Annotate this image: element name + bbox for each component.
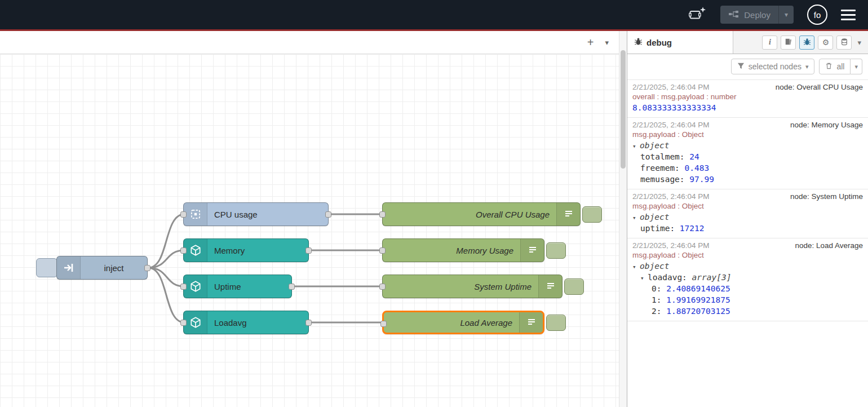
debug-tab-button[interactable] (799, 36, 814, 50)
wire[interactable] (148, 268, 184, 286)
debug-enable-toggle[interactable] (546, 315, 566, 331)
input-port[interactable] (180, 211, 187, 218)
node-loadavg[interactable]: Loadavg (183, 311, 309, 334)
wire[interactable] (148, 250, 184, 268)
message-source-node[interactable]: node: Memory Usage (790, 121, 863, 129)
flow-assistant-icon[interactable] (689, 6, 707, 23)
node-debug-uptime[interactable]: System Uptime (382, 275, 563, 298)
input-port[interactable] (380, 321, 387, 327)
input-port[interactable] (379, 211, 386, 218)
object-root-row[interactable]: ▾object (632, 141, 863, 150)
input-port[interactable] (379, 247, 386, 254)
info-tab-button[interactable]: i (762, 36, 777, 50)
sidebar-tabbar: debug i (627, 31, 868, 54)
message-property-path: msg.payload : Object (632, 202, 863, 210)
tree-expand-icon[interactable]: ▾ (632, 263, 640, 271)
config-nodes-tab-button[interactable]: ⚙ (818, 36, 833, 50)
add-flow-button[interactable]: + (587, 37, 594, 48)
inject-trigger-button[interactable] (36, 258, 57, 277)
property-key: memusage: (640, 175, 685, 184)
message-timestamp: 2/21/2025, 2:46:04 PM (632, 192, 710, 201)
caret-down-icon: ▾ (805, 63, 809, 70)
avatar-initials: fo (814, 10, 821, 20)
menu-bar (841, 10, 856, 11)
canvas-vertical-scrollbar[interactable] (619, 31, 627, 407)
flow-canvas: + ▾ (0, 31, 619, 407)
debug-list-icon (556, 203, 580, 225)
output-port[interactable] (305, 320, 312, 326)
debug-message[interactable]: 2/21/2025, 2:46:04 PM node: Memory Usage… (627, 118, 868, 189)
node-inject[interactable]: inject (56, 256, 148, 280)
input-port[interactable] (180, 247, 187, 254)
tree-expand-icon[interactable]: ▾ (640, 275, 648, 282)
deploy-button[interactable]: Deploy ▾ (720, 6, 794, 24)
input-port[interactable] (180, 320, 187, 326)
menu-bar (841, 19, 856, 20)
node-debug-loadavg[interactable]: Load Average (382, 311, 544, 334)
output-port[interactable] (325, 211, 331, 218)
cpu-chip-icon (184, 203, 207, 225)
object-root-row[interactable]: ▾object (632, 213, 863, 222)
object-property-row: memusage: 97.99 (632, 175, 863, 184)
property-value: 17212 (680, 224, 705, 233)
node-debug-memory[interactable]: Memory Usage (382, 238, 544, 262)
debug-enable-toggle[interactable] (546, 242, 566, 259)
input-port[interactable] (180, 284, 187, 290)
node-label: System Uptime (383, 275, 538, 298)
tree-expand-icon[interactable]: ▾ (632, 214, 640, 222)
object-root-row[interactable]: ▾object (632, 262, 863, 271)
user-avatar[interactable]: fo (807, 5, 827, 25)
deploy-button-main[interactable]: Deploy (720, 6, 778, 24)
scrollbar-thumb[interactable] (621, 50, 626, 169)
help-tab-button[interactable] (781, 36, 796, 50)
sidebar-tabs-dropdown-icon[interactable]: ▾ (855, 38, 863, 47)
array-index: 1: (652, 295, 661, 304)
message-source-node[interactable]: node: Overall CPU Usage (776, 83, 863, 91)
message-source-node[interactable]: node: System Uptime (790, 192, 863, 201)
array-item-row: 0: 2.40869140625 (632, 284, 863, 293)
node-uptime[interactable]: Uptime (183, 275, 292, 298)
array-root-row[interactable]: ▾loadavg: array[3] (632, 273, 863, 282)
array-index: 2: (652, 307, 661, 316)
object-property-row: freemem: 0.483 (632, 163, 863, 172)
input-port[interactable] (379, 284, 386, 290)
debug-list-icon (520, 239, 544, 262)
tree-expand-icon[interactable]: ▾ (632, 143, 640, 150)
node-memory[interactable]: Memory (183, 238, 309, 262)
node-label: Overall CPU Usage (383, 203, 556, 225)
workspace[interactable]: inject CPU usage (0, 54, 619, 407)
clear-options-dropdown[interactable]: ▾ (851, 59, 862, 74)
output-port[interactable] (144, 265, 150, 271)
filter-label: selected nodes (749, 62, 801, 71)
wires-layer (0, 54, 619, 407)
debug-filter-row: selected nodes ▾ all ▾ (627, 54, 868, 79)
array-value: 1.99169921875 (666, 295, 730, 304)
object-type: object (640, 262, 669, 271)
clear-messages-button[interactable]: all (819, 59, 851, 74)
node-label: Memory Usage (383, 239, 520, 262)
menu-bar (841, 14, 856, 16)
tab-debug[interactable]: debug (627, 31, 733, 54)
filter-nodes-button[interactable]: selected nodes ▾ (731, 59, 815, 74)
output-port[interactable] (305, 247, 312, 254)
debug-enable-toggle[interactable] (582, 206, 602, 223)
caret-down-icon: ▾ (785, 11, 788, 19)
deploy-dropdown[interactable]: ▾ (778, 6, 794, 24)
debug-message[interactable]: 2/21/2025, 2:46:04 PM node: System Uptim… (627, 189, 868, 238)
main-menu-icon[interactable] (841, 10, 856, 20)
cube-icon (184, 311, 207, 334)
debug-message[interactable]: 2/21/2025, 2:46:04 PM node: Overall CPU … (627, 80, 868, 118)
property-value: 97.99 (689, 175, 714, 184)
debug-enable-toggle[interactable] (564, 278, 584, 295)
message-source-node[interactable]: node: Load Average (795, 241, 863, 250)
flow-list-dropdown-icon[interactable]: ▾ (605, 38, 609, 47)
array-item-row: 1: 1.99169921875 (632, 295, 863, 304)
debug-message[interactable]: 2/21/2025, 2:46:04 PM node: Load Average… (627, 238, 868, 321)
debug-messages: 2/21/2025, 2:46:04 PM node: Overall CPU … (627, 79, 868, 407)
node-cpu-usage[interactable]: CPU usage (183, 202, 329, 226)
node-debug-overall-cpu[interactable]: Overall CPU Usage (382, 202, 581, 226)
property-key: freemem: (640, 163, 680, 172)
message-property-path: msg.payload : Object (632, 130, 863, 139)
context-data-tab-button[interactable] (836, 36, 852, 50)
output-port[interactable] (289, 284, 295, 290)
